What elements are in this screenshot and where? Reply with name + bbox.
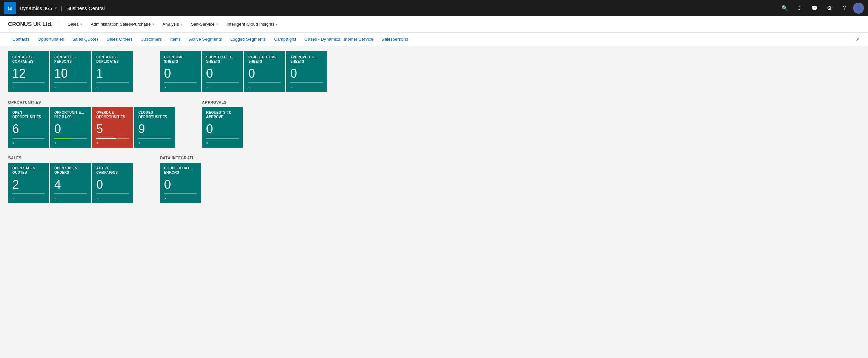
tile-bar (54, 82, 87, 83)
help-icon[interactable]: ? (838, 2, 850, 14)
nav-analysis[interactable]: Analysis ∨ (158, 16, 186, 33)
tile-bar (96, 138, 129, 139)
chevron-down-icon: ∨ (180, 23, 183, 26)
chevron-right-icon: > (164, 85, 197, 89)
app-title: Dynamics 365 ∨ | Business Central (20, 5, 105, 11)
tile-bar (96, 193, 129, 194)
tile-open-time-sheets[interactable]: OPEN TIME SHEETS 0 > (160, 51, 201, 92)
app-dynamics365: Dynamics 365 (20, 5, 52, 11)
tile-approved-time-sheets[interactable]: APPROVED TI... SHEETS 0 > (286, 51, 327, 92)
tile-requests-to-approve[interactable]: REQUESTS TO APPROVE 0 > (202, 107, 243, 148)
subnav-active-segments[interactable]: Active Segments (185, 33, 226, 46)
chevron-icon[interactable]: ∨ (55, 6, 57, 10)
chevron-down-icon: ∨ (216, 23, 218, 26)
chevron-right-icon: > (96, 141, 129, 145)
chevron-right-icon: > (138, 141, 171, 145)
tile-open-sales-orders[interactable]: OPEN SALES ORDERS 4 > (50, 163, 91, 203)
waffle-icon: ⊞ (8, 6, 12, 10)
tile-submitted-time-sheets[interactable]: SUBMITTED TI... SHEETS 0 > (202, 51, 243, 92)
avatar[interactable]: 👤 (853, 3, 864, 14)
tile-bar (164, 193, 197, 194)
tile-overdue-opportunities[interactable]: OVERDUE OPPORTUNITIES 5 > (92, 107, 133, 148)
tile-bar (96, 82, 129, 83)
chevron-right-icon: > (206, 85, 239, 89)
data-integration-section: DATA INTEGRATI... COUPLED DAT... ERRORS … (160, 156, 201, 203)
subnav-campaigns[interactable]: Campaigns (270, 33, 300, 46)
tile-bar (12, 193, 45, 194)
tile-opportunities-7days[interactable]: OPPORTUNITIE... IN 7 DAYS... 0 > (50, 107, 91, 148)
tile-contacts-companies[interactable]: CONTACTS – COMPANIES 12 > (8, 51, 49, 92)
sub-nav: Contacts Opportunities Sales Quotes Sale… (0, 33, 868, 46)
subnav-contacts[interactable]: Contacts (8, 33, 34, 46)
chevron-right-icon: > (54, 85, 87, 89)
tile-bar (248, 82, 281, 83)
tile-bar (164, 82, 197, 83)
subnav-opportunities[interactable]: Opportunities (34, 33, 68, 46)
waffle-button[interactable]: ⊞ (4, 2, 16, 14)
subnav-customers[interactable]: Customers (137, 33, 166, 46)
chat-icon[interactable]: 💬 (808, 2, 821, 14)
tile-bar (138, 138, 171, 139)
sales-label: SALES (8, 156, 133, 160)
chevron-right-icon: > (12, 85, 45, 89)
tile-contacts-persons[interactable]: CONTACTS – PERSONS 10 > (50, 51, 91, 92)
chevron-right-icon: > (96, 85, 129, 89)
subnav-sales-quotes[interactable]: Sales Quotes (68, 33, 103, 46)
subnav-salespersons[interactable]: Salespersons (377, 33, 412, 46)
opportunities-label: OPPORTUNITIES (8, 100, 175, 104)
tile-contacts-duplicates[interactable]: CONTACTS – DUPLICATES 1 > (92, 51, 133, 92)
main-content: CONTACTS – COMPANIES 12 > CONTACTS – PER… (0, 46, 868, 358)
tile-bar (54, 193, 87, 194)
company-name: CRONUS UK Ltd. (8, 21, 53, 27)
chevron-down-icon: ∨ (276, 23, 278, 26)
chevron-right-icon: > (96, 196, 129, 201)
chevron-right-icon: > (206, 141, 239, 145)
search-icon[interactable]: 🔍 (778, 2, 791, 14)
tile-open-sales-quotes[interactable]: OPEN SALES QUOTES 2 > (8, 163, 49, 203)
feedback-icon[interactable]: ☺ (793, 2, 806, 14)
timesheets-section: OPEN TIME SHEETS 0 > SUBMITTED TI... SHE… (160, 51, 327, 92)
opportunities-section: OPPORTUNITIES OPEN OPPORTUNITIES 6 > OPP… (8, 100, 175, 148)
contacts-section: CONTACTS – COMPANIES 12 > CONTACTS – PER… (8, 51, 133, 92)
data-integration-label: DATA INTEGRATI... (160, 156, 201, 160)
tile-bar (12, 82, 45, 83)
company-nav-bar: CRONUS UK Ltd. Sales ∨ Administration Sa… (0, 16, 868, 33)
tile-bar (290, 82, 323, 83)
tile-coupled-data-errors[interactable]: COUPLED DAT... ERRORS 0 > (160, 163, 201, 203)
tile-bar (12, 138, 45, 139)
nav-divider (58, 20, 58, 28)
main-nav: Sales ∨ Administration Sales/Purchase ∨ … (64, 16, 282, 33)
subnav-sales-orders[interactable]: Sales Orders (103, 33, 137, 46)
tile-open-opportunities[interactable]: OPEN OPPORTUNITIES 6 > (8, 107, 49, 148)
nav-intelligent-cloud[interactable]: Intelligent Cloud Insights ∨ (222, 16, 282, 33)
sales-section: SALES OPEN SALES QUOTES 2 > OPEN SALES O… (8, 156, 133, 203)
tile-bar (206, 138, 239, 139)
tile-rejected-time-sheets[interactable]: REJECTED TIME SHEETS 0 > (244, 51, 285, 92)
tile-bar (206, 82, 239, 83)
chevron-right-icon: > (54, 141, 87, 145)
app-business-central: Business Central (66, 5, 105, 11)
top-bar: ⊞ Dynamics 365 ∨ | Business Central 🔍 ☺ … (0, 0, 868, 16)
tile-closed-opportunities[interactable]: CLOSED OPPORTUNITIES 9 > (134, 107, 175, 148)
chevron-right-icon: > (54, 196, 87, 201)
tile-bar (54, 138, 87, 139)
chevron-down-icon: ∨ (80, 23, 82, 26)
chevron-down-icon: ∨ (152, 23, 154, 26)
tile-active-campaigns[interactable]: ACTIVE CAMPAIGNS 0 > (92, 163, 133, 203)
subnav-cases[interactable]: Cases - Dynamics...stomer Service (300, 33, 377, 46)
chevron-right-icon: > (12, 141, 45, 145)
approvals-section: APPROVALS REQUESTS TO APPROVE 0 > (202, 100, 243, 148)
chevron-right-icon: > (290, 85, 323, 89)
chevron-right-icon: > (12, 196, 45, 201)
nav-sales[interactable]: Sales ∨ (64, 16, 87, 33)
nav-admin-sales-purchase[interactable]: Administration Sales/Purchase ∨ (86, 16, 158, 33)
top-bar-actions: 🔍 ☺ 💬 ⚙ ? 👤 (778, 2, 864, 14)
subnav-logged-segments[interactable]: Logged Segments (226, 33, 270, 46)
approvals-label: APPROVALS (202, 100, 243, 104)
expand-subnav-icon[interactable]: ↗ (856, 37, 860, 42)
subnav-items[interactable]: Items (166, 33, 185, 46)
chevron-right-icon: > (248, 85, 281, 89)
settings-icon[interactable]: ⚙ (823, 2, 835, 14)
nav-self-service[interactable]: Self-Service ∨ (187, 16, 222, 33)
chevron-right-icon: > (164, 196, 197, 201)
